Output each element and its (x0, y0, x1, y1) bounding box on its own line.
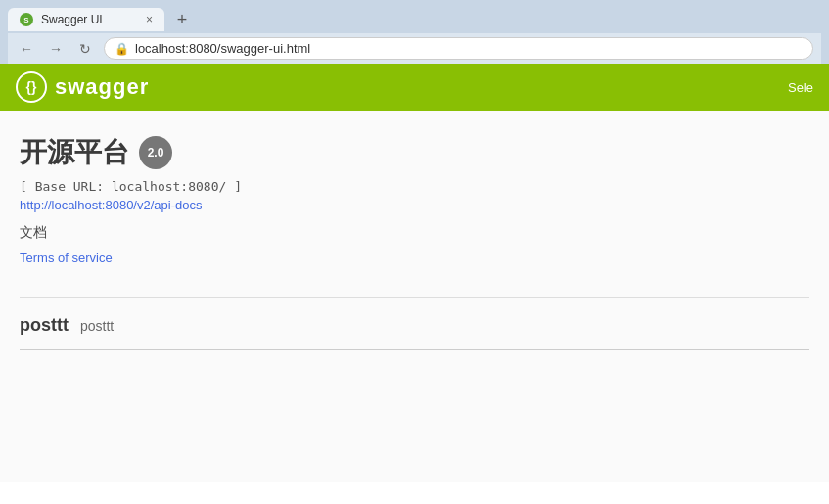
forward-button[interactable]: → (45, 41, 67, 57)
back-button[interactable]: ← (16, 41, 37, 57)
address-url: localhost:8080/swagger-ui.html (135, 41, 310, 56)
select-partial[interactable]: Sele (788, 80, 813, 95)
base-url: [ Base URL: localhost:8080/ ] (20, 179, 809, 194)
api-title: 开源平台 (20, 134, 129, 171)
tab-favicon: S (20, 13, 33, 26)
new-tab-button[interactable]: + (168, 6, 196, 33)
api-docs-link[interactable]: http://localhost:8080/v2/api-docs (20, 198, 809, 212)
swagger-title: swagger (55, 74, 149, 100)
section-description: posttt (80, 318, 114, 334)
section-container: posttt posttt (20, 297, 809, 350)
api-title-row: 开源平台 2.0 (20, 134, 809, 171)
version-badge: 2.0 (139, 136, 172, 169)
doc-label: 文档 (20, 224, 809, 242)
swagger-logo: {} swagger (16, 71, 149, 103)
address-bar[interactable]: 🔒 localhost:8080/swagger-ui.html (104, 37, 813, 60)
terms-of-service-link[interactable]: Terms of service (20, 251, 113, 265)
refresh-button[interactable]: ↻ (74, 41, 96, 57)
address-bar-row: ← → ↻ 🔒 localhost:8080/swagger-ui.html (8, 33, 821, 64)
tab-bar: S Swagger UI × + (8, 6, 821, 33)
browser-chrome: S Swagger UI × + ← → ↻ 🔒 localhost:8080/… (0, 0, 829, 64)
section-divider (20, 349, 809, 350)
lock-icon: 🔒 (115, 42, 129, 56)
main-content: 开源平台 2.0 [ Base URL: localhost:8080/ ] h… (0, 111, 829, 482)
section-tag: posttt (20, 315, 69, 336)
tab-close-button[interactable]: × (146, 13, 153, 26)
tab-title: Swagger UI (41, 13, 103, 26)
section-header[interactable]: posttt posttt (20, 309, 809, 342)
swagger-icon: {} (16, 71, 47, 103)
swagger-header: {} swagger Sele (0, 64, 829, 111)
browser-tab[interactable]: S Swagger UI × (8, 8, 164, 31)
